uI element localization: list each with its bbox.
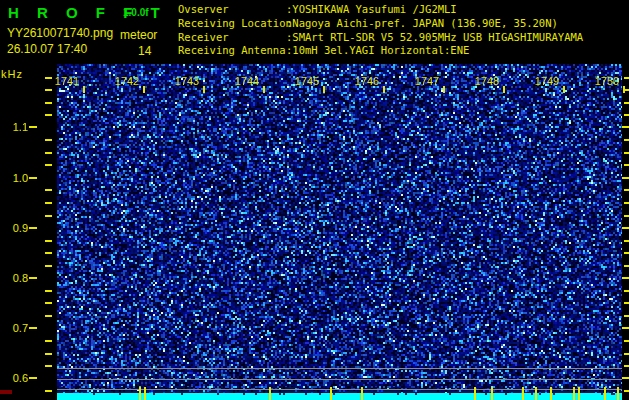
freq-minor-tick-right — [624, 139, 629, 141]
info-label: Receiving Antenna — [178, 44, 286, 58]
freq-minor-tick — [45, 390, 52, 392]
freq-minor-tick-right — [624, 77, 629, 79]
freq-minor-tick — [45, 89, 52, 91]
freq-minor-tick — [45, 102, 52, 104]
freq-tick-label: 0.7 — [2, 322, 28, 334]
time-label: 1749 — [535, 75, 559, 87]
freq-major-tick-right — [622, 177, 629, 179]
echo-marker — [550, 387, 552, 400]
freq-minor-tick — [45, 315, 52, 317]
freq-minor-tick-right — [624, 240, 629, 242]
freq-minor-tick-right — [624, 252, 629, 254]
freq-minor-tick — [45, 290, 52, 292]
spectrogram-canvas — [57, 64, 622, 400]
freq-minor-tick — [45, 240, 52, 242]
freq-minor-tick — [45, 252, 52, 254]
freq-minor-tick — [45, 164, 52, 166]
freq-minor-tick — [45, 152, 52, 154]
station-info: Ovserver:YOSHIKAWA Yasufumi /JG2MLI Rece… — [178, 3, 583, 58]
freq-minor-tick — [45, 302, 52, 304]
freq-minor-tick — [45, 202, 52, 204]
app-version: 1.0.0f — [123, 7, 149, 18]
freq-minor-tick — [45, 353, 52, 355]
info-row-location: Receiving Location:Nagoya Aichi-pref. JA… — [178, 17, 583, 31]
freq-minor-tick-right — [624, 315, 629, 317]
time-label: 1743 — [175, 75, 199, 87]
freq-major-tick-right — [622, 327, 629, 329]
freq-major-tick — [29, 227, 37, 229]
freq-minor-tick-right — [624, 290, 629, 292]
freq-major-tick-right — [622, 227, 629, 229]
echo-marker — [144, 387, 146, 400]
timestamp: 26.10.07 17:40 — [7, 42, 87, 56]
freq-minor-tick-right — [624, 189, 629, 191]
echo-marker — [535, 387, 537, 400]
freq-tick-label: 1.0 — [2, 172, 28, 184]
time-label: 1746 — [355, 75, 379, 87]
freq-minor-tick-right — [624, 390, 629, 392]
echo-marker — [474, 387, 476, 400]
echo-marker — [578, 387, 580, 400]
freq-minor-tick — [45, 265, 52, 267]
level-line — [57, 368, 622, 369]
time-label: 1741 — [55, 75, 79, 87]
info-label: Receiving Location — [178, 17, 286, 31]
corner-red-patch — [0, 390, 12, 394]
time-label: 1748 — [475, 75, 499, 87]
echo-marker — [604, 387, 606, 400]
freq-tick-label: 1.1 — [2, 121, 28, 133]
freq-major-tick — [29, 377, 37, 379]
freq-major-tick-right — [622, 277, 629, 279]
time-tick — [383, 86, 385, 93]
time-tick — [263, 86, 265, 93]
time-label: 1742 — [115, 75, 139, 87]
echo-marker — [330, 387, 332, 400]
echo-marker — [573, 387, 575, 400]
info-row-antenna: Receiving Antenna:10mH 3el.YAGI Horizont… — [178, 44, 583, 58]
info-label: Receiver — [178, 31, 286, 45]
freq-major-tick — [29, 177, 37, 179]
freq-minor-tick — [45, 189, 52, 191]
time-tick — [503, 86, 505, 93]
time-tick — [623, 86, 625, 93]
freq-tick-label: 0.6 — [2, 372, 28, 384]
echo-marker — [522, 387, 524, 400]
freq-minor-tick — [45, 114, 52, 116]
time-tick — [203, 86, 205, 93]
freq-tick-label: 0.9 — [2, 222, 28, 234]
freq-major-tick — [29, 277, 37, 279]
level-line — [57, 379, 622, 380]
freq-tick-label: 0.8 — [2, 272, 28, 284]
time-tick — [143, 86, 145, 93]
mode-label: meteor — [120, 28, 157, 42]
info-value: :Nagoya Aichi-pref. JAPAN (136.90E, 35.2… — [286, 17, 558, 31]
time-tick — [323, 86, 325, 93]
freq-major-tick-right — [622, 377, 629, 379]
freq-minor-tick-right — [624, 365, 629, 367]
info-value: :YOSHIKAWA Yasufumi /JG2MLI — [286, 3, 457, 17]
meteor-count: 14 — [138, 44, 151, 58]
freq-major-tick — [29, 126, 37, 128]
freq-minor-tick-right — [624, 340, 629, 342]
freq-minor-tick-right — [624, 215, 629, 217]
freq-major-tick-right — [622, 126, 629, 128]
info-value: :SMArt RTL-SDR V5 52.905MHz USB HIGASHIM… — [286, 31, 583, 45]
info-row-observer: Ovserver:YOSHIKAWA Yasufumi /JG2MLI — [178, 3, 583, 17]
echo-marker — [269, 387, 271, 400]
freq-minor-tick-right — [624, 265, 629, 267]
time-label: 1744 — [235, 75, 259, 87]
output-filename: YY2610071740.png — [7, 26, 113, 40]
freq-major-tick — [29, 327, 37, 329]
freq-minor-tick — [45, 340, 52, 342]
info-label: Ovserver — [178, 3, 286, 17]
echo-marker — [361, 387, 363, 400]
info-value: :10mH 3el.YAGI Horizontal:ENE — [286, 44, 469, 58]
freq-minor-tick-right — [624, 114, 629, 116]
freq-minor-tick-right — [624, 302, 629, 304]
time-tick — [443, 86, 445, 93]
freq-minor-tick-right — [624, 202, 629, 204]
level-line — [57, 389, 622, 390]
freq-minor-tick-right — [624, 164, 629, 166]
echo-marker — [491, 387, 493, 400]
time-tick — [563, 86, 565, 93]
